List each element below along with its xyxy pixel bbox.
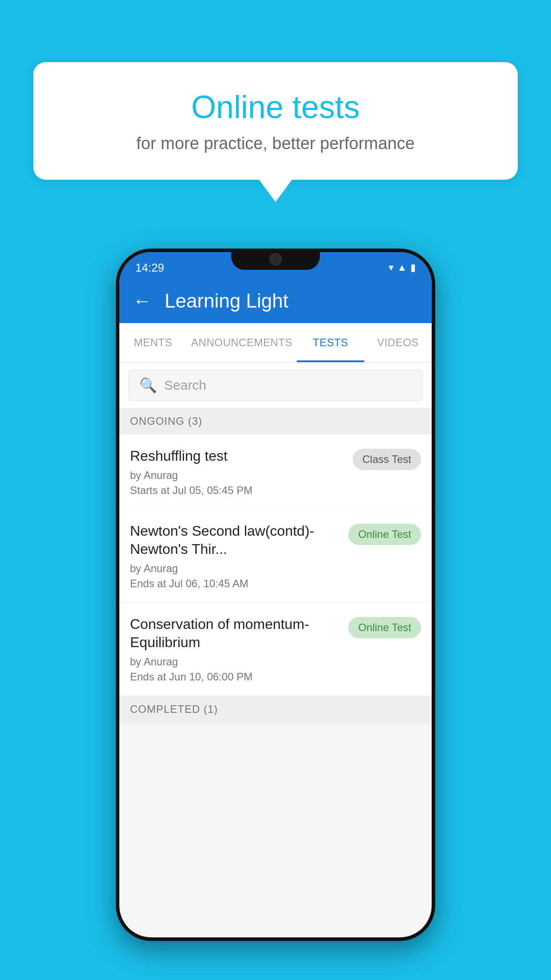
speech-bubble-container: Online tests for more practice, better p… — [33, 62, 518, 180]
test-badge-1: Class Test — [353, 449, 421, 470]
wifi-icon: ▾ — [389, 262, 394, 273]
status-time: 14:29 — [135, 261, 164, 275]
test-name-3: Conservation of momentum-Equilibrium — [130, 615, 341, 652]
test-item-3[interactable]: Conservation of momentum-Equilibrium by … — [119, 603, 432, 696]
search-container: 🔍 Search — [119, 363, 432, 408]
tab-videos[interactable]: VIDEOS — [364, 323, 432, 362]
phone-notch — [231, 249, 320, 270]
app-title: Learning Light — [165, 290, 288, 312]
search-placeholder: Search — [164, 378, 206, 393]
test-info-2: Newton's Second law(contd)-Newton's Thir… — [130, 522, 341, 590]
tab-ments[interactable]: MENTS — [119, 323, 187, 362]
test-author-3: by Anurag — [130, 656, 341, 668]
test-author-1: by Anurag — [130, 469, 346, 482]
ongoing-section-header: ONGOING (3) — [119, 408, 432, 435]
test-time-1: Starts at Jul 05, 05:45 PM — [130, 484, 346, 497]
test-author-2: by Anurag — [130, 562, 341, 575]
test-name-2: Newton's Second law(contd)-Newton's Thir… — [130, 522, 341, 559]
tab-tests[interactable]: TESTS — [297, 323, 364, 362]
test-time-2: Ends at Jul 06, 10:45 AM — [130, 577, 341, 590]
status-icons: ▾ ▲ ▮ — [389, 262, 416, 273]
search-bar[interactable]: 🔍 Search — [128, 370, 423, 401]
tabs-container: MENTS ANNOUNCEMENTS TESTS VIDEOS — [119, 323, 432, 363]
test-item-2[interactable]: Newton's Second law(contd)-Newton's Thir… — [119, 510, 432, 603]
test-info-3: Conservation of momentum-Equilibrium by … — [130, 615, 341, 683]
back-button[interactable]: ← — [133, 290, 151, 312]
search-icon: 🔍 — [139, 377, 157, 394]
app-bar: ← Learning Light — [119, 279, 432, 323]
completed-section-header: COMPLETED (1) — [119, 696, 432, 723]
phone-frame: 14:29 ▾ ▲ ▮ ← Learning Light MENTS ANNOU… — [116, 249, 435, 941]
test-info-1: Reshuffling test by Anurag Starts at Jul… — [130, 447, 346, 497]
test-badge-3: Online Test — [348, 617, 421, 638]
ongoing-section-title: ONGOING (3) — [130, 415, 202, 427]
test-list: Reshuffling test by Anurag Starts at Jul… — [119, 435, 432, 696]
front-camera — [269, 253, 282, 265]
tab-announcements[interactable]: ANNOUNCEMENTS — [187, 323, 297, 362]
signal-icon: ▲ — [397, 262, 407, 273]
test-badge-2: Online Test — [348, 524, 421, 545]
speech-bubble: Online tests for more practice, better p… — [33, 62, 518, 180]
test-item-1[interactable]: Reshuffling test by Anurag Starts at Jul… — [119, 435, 432, 510]
battery-icon: ▮ — [410, 262, 416, 273]
completed-section-title: COMPLETED (1) — [130, 703, 218, 715]
test-name-1: Reshuffling test — [130, 447, 346, 466]
test-time-3: Ends at Jun 10, 06:00 PM — [130, 671, 341, 683]
speech-bubble-title: Online tests — [69, 89, 482, 125]
speech-bubble-subtitle: for more practice, better performance — [69, 134, 482, 153]
phone-screen: 14:29 ▾ ▲ ▮ ← Learning Light MENTS ANNOU… — [119, 252, 432, 937]
